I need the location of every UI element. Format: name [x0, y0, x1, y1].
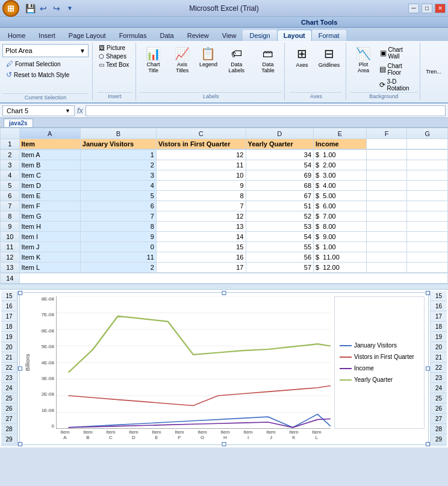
cell-e[interactable]: $ 2.00 [314, 160, 367, 170]
data-labels-btn[interactable]: 🏷 Data Labels [221, 44, 252, 75]
maximize-btn[interactable]: □ [422, 4, 432, 13]
cell-d[interactable]: 56 [246, 252, 314, 263]
cell-c[interactable]: 17 [156, 263, 246, 273]
cell-g[interactable] [407, 201, 448, 211]
cell-d[interactable]: 55 [246, 242, 314, 252]
save-icon[interactable]: 💾 [24, 2, 36, 14]
office-button[interactable]: ⊞ [2, 0, 19, 17]
cell-e[interactable]: $ 1.00 [314, 150, 367, 160]
cell-e[interactable]: $ 9.00 [314, 232, 367, 242]
cell-e[interactable]: $ 3.00 [314, 170, 367, 181]
cell-d1[interactable]: Yearly Quarter [246, 139, 314, 149]
cell-e[interactable]: $ 12.00 [314, 263, 367, 273]
cell-b[interactable]: 5 [80, 191, 156, 201]
cell-e1[interactable]: Income [314, 139, 367, 149]
cell-f[interactable] [366, 232, 407, 242]
cell-b[interactable]: 4 [80, 181, 156, 191]
plot-area-btn[interactable]: 📉 PlotArea [350, 44, 376, 75]
cell-g1[interactable] [407, 139, 448, 149]
axes-btn[interactable]: ⊞ Axes [290, 44, 314, 69]
handle-tm[interactable] [222, 291, 226, 295]
close-btn[interactable]: ✕ [435, 4, 446, 13]
cell-b1[interactable]: January Visitors [80, 139, 156, 149]
col-header-g[interactable]: G [407, 128, 448, 139]
cell-f[interactable] [366, 160, 407, 170]
chart-floor-btn[interactable]: ▤ Chart Floor [378, 62, 417, 76]
cell-f[interactable] [366, 150, 407, 160]
cell-a[interactable]: Item L [19, 263, 80, 273]
redo-icon[interactable]: ↪ [51, 2, 63, 14]
cell-g[interactable] [407, 191, 448, 201]
legend-btn[interactable]: 📋 Legend [198, 44, 219, 69]
cell-f[interactable] [366, 211, 407, 222]
picture-btn[interactable]: 🖼 Picture [98, 44, 132, 52]
cell-g[interactable] [407, 181, 448, 191]
cell-b[interactable]: 3 [80, 170, 156, 181]
cell-e[interactable]: $ 8.00 [314, 222, 367, 232]
cell-b[interactable]: 9 [80, 232, 156, 242]
cell-a[interactable]: Item E [19, 191, 80, 201]
cell-d[interactable]: 57 [246, 263, 314, 273]
handle-tl[interactable] [18, 291, 22, 295]
cell-g[interactable] [407, 160, 448, 170]
workbook-tab[interactable]: java2s [4, 119, 33, 127]
cell-g[interactable] [407, 263, 448, 273]
undo-icon[interactable]: ↩ [37, 2, 49, 14]
cell-c[interactable]: 14 [156, 232, 246, 242]
cell-c[interactable]: 16 [156, 252, 246, 263]
cell-a1[interactable]: Item [19, 139, 80, 149]
cell-g[interactable] [407, 232, 448, 242]
col-header-f[interactable]: F [366, 128, 407, 139]
dropdown-arrow-icon[interactable]: ▼ [64, 2, 76, 14]
cell-g[interactable] [407, 150, 448, 160]
cell-a[interactable]: Item J [19, 242, 80, 252]
cell-c[interactable]: 8 [156, 191, 246, 201]
col-header-e[interactable]: E [314, 128, 367, 139]
plot-area-dropdown[interactable]: Plot Area ▼ [2, 44, 89, 57]
col-header-d[interactable]: D [246, 128, 314, 139]
cell-f[interactable] [366, 170, 407, 181]
cell-b[interactable]: 11 [80, 252, 156, 263]
cell-f[interactable] [366, 191, 407, 201]
cell-d[interactable]: 54 [246, 232, 314, 242]
cell-f[interactable] [366, 242, 407, 252]
tab-data[interactable]: Data [153, 30, 180, 41]
chart-wall-btn[interactable]: ▣ Chart Wall [378, 45, 417, 61]
tab-formulas[interactable]: Formulas [113, 30, 154, 41]
cell-a[interactable]: Item F [19, 201, 80, 211]
cell-a[interactable]: Item H [19, 222, 80, 232]
tab-review[interactable]: Review [181, 30, 216, 41]
cell-c[interactable]: 12 [156, 150, 246, 160]
cell-d[interactable]: 51 [246, 201, 314, 211]
cell-b[interactable]: 2 [80, 263, 156, 273]
cell-c[interactable]: 13 [156, 222, 246, 232]
handle-bm[interactable] [222, 442, 226, 446]
handle-bl[interactable] [18, 442, 22, 446]
cell-c[interactable]: 12 [156, 211, 246, 222]
cell-b[interactable]: 0 [80, 242, 156, 252]
axis-titles-btn[interactable]: 📈 Axis Titles [169, 44, 196, 75]
cell-c[interactable]: 9 [156, 181, 246, 191]
cell-c[interactable]: 7 [156, 201, 246, 211]
cell-e[interactable]: $ 4.00 [314, 181, 367, 191]
cell-a[interactable]: Item D [19, 181, 80, 191]
handle-mr[interactable] [426, 366, 430, 370]
chart-title-btn[interactable]: 📊 Chart Title [140, 44, 167, 75]
minimize-btn[interactable]: ─ [408, 4, 419, 13]
cell-c[interactable]: 10 [156, 170, 246, 181]
col-header-c[interactable]: C [156, 128, 246, 139]
cell-a[interactable]: Item G [19, 211, 80, 222]
cell-g[interactable] [407, 242, 448, 252]
cell-a[interactable]: Item I [19, 232, 80, 242]
cell-g[interactable] [407, 222, 448, 232]
cell-b[interactable]: 1 [80, 150, 156, 160]
col-header-a[interactable]: A [19, 128, 80, 139]
text-box-btn[interactable]: ▭ Text Box [98, 61, 132, 69]
cell-c1[interactable]: Vistors in First Quarter [156, 139, 246, 149]
col-header-b[interactable]: B [80, 128, 156, 139]
cell-d[interactable]: 68 [246, 181, 314, 191]
gridlines-btn[interactable]: ⊟ Gridlines [316, 44, 342, 69]
cell-b[interactable]: 6 [80, 201, 156, 211]
cell-a[interactable]: Item A [19, 150, 80, 160]
cell-f1[interactable] [366, 139, 407, 149]
